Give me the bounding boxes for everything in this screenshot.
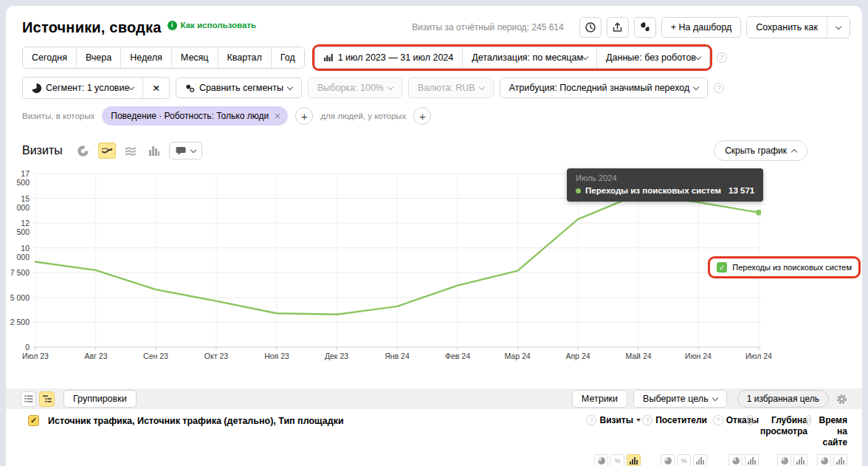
sampling-label: Выборка: 100% [317,83,384,93]
area-chart-type-icon[interactable] [122,143,140,159]
date-range-button[interactable]: 1 июл 2023 — 31 июл 2024 [315,47,463,68]
segment-clear-button[interactable]: ✕ [142,78,168,98]
bars-toggle[interactable] [833,454,847,466]
select-all-checkbox[interactable]: ✓ [28,415,39,426]
help-icon[interactable]: ? [642,415,652,425]
header: Источники, сводка i Как использовать Виз… [6,6,862,38]
annotation-box-legend: ✓ Переходы из поисковых систем [708,256,861,278]
column-header-time[interactable]: ?Время на сайте [806,415,847,448]
help-icon[interactable]: ? [806,415,812,425]
y-axis-label: 10 000 [6,244,30,261]
segment-bar: Сегмент: 1 условие ✕ Сравнить сегменты В… [22,77,846,99]
x-axis-label: Авг 23 [84,352,107,360]
hide-chart-button[interactable]: Скрыть график [714,140,807,161]
chevron-down-icon [836,23,841,29]
bars-toggle[interactable] [745,454,759,466]
flat-list-view-button[interactable] [21,391,36,407]
pie-toggle[interactable] [817,454,831,466]
segments-button[interactable] [634,17,656,38]
line-chart-type-icon[interactable] [98,143,116,159]
bars-toggle[interactable] [693,454,707,466]
pie-toggle[interactable] [594,454,608,466]
x-axis-label: Фев 24 [445,352,470,360]
sampling-button[interactable]: Выборка: 100% [308,78,402,98]
export-button[interactable] [607,17,629,38]
choose-goal-label: Выберите цель [643,394,709,404]
help-icon[interactable]: ? [714,83,724,93]
data-mode-label: Данные: без роботов [606,52,696,63]
to-dashboard-button[interactable]: + На дашборд [661,17,742,38]
segment-button[interactable]: Сегмент: 1 условие [23,78,142,98]
behavior-filter-chip[interactable]: Поведение · Роботность: Только люди ✕ [102,106,288,126]
x-axis-label: Янв 24 [385,352,410,360]
add-visit-condition-button[interactable]: + [295,107,313,125]
add-people-condition-button[interactable]: + [413,107,431,125]
y-axis-label: 2 500 [6,318,30,326]
y-axis-label: 7 500 [6,268,30,277]
chevron-down-icon [190,146,196,152]
preset-week[interactable]: Неделя [120,47,171,68]
history-button[interactable] [579,17,602,38]
detalization-label: Детализация: по месяцам [472,52,583,63]
pie-toggle[interactable] [777,454,791,466]
save-as-group: Сохранить как [746,16,850,38]
preset-year[interactable]: Год [271,47,304,68]
legend-label: Переходы из поисковых систем [732,263,852,272]
column-header-depth[interactable]: ?Глубина просмотра [747,415,807,437]
pie-chart-type-icon[interactable] [75,143,92,159]
close-icon[interactable]: ✕ [274,112,280,121]
x-axis-label: Июл 23 [22,352,49,360]
chevron-down-icon [695,53,701,59]
data-mode-button[interactable]: Данные: без роботов [596,47,709,68]
x-axis-label: Окт 23 [204,352,228,360]
behavior-chip-label: Поведение · Роботность: Только люди [111,111,269,121]
preset-quarter[interactable]: Квартал [218,47,271,68]
period-presets: Сегодня Вчера Неделя Месяц Квартал Год [22,47,305,69]
help-icon[interactable]: ? [717,52,727,63]
x-axis-label: Апр 24 [565,352,590,360]
bars-toggle[interactable] [627,454,641,466]
column-chart-type-icon[interactable] [145,143,163,159]
save-as-dropdown[interactable] [827,17,850,38]
comment-icon [176,146,186,156]
x-axis-label: Дек 23 [325,352,348,360]
x-axis-label: Ноя 23 [264,352,289,360]
chevron-down-icon [128,83,134,89]
visits-chart[interactable]: 17 50015 00012 50010 0007 5005 0002 5000… [6,168,862,369]
attribution-button[interactable]: Атрибуция: Последний значимый переход [500,78,709,98]
pie-toggle[interactable] [661,454,675,466]
save-as-button[interactable]: Сохранить как [747,17,827,38]
column-header-visitors[interactable]: ?Посетители [642,415,707,426]
choose-goal-button[interactable]: Выберите цель [633,390,727,408]
help-icon[interactable]: ? [586,415,596,425]
pie-toggle[interactable] [728,454,743,466]
preset-yesterday[interactable]: Вчера [76,47,120,68]
help-icon[interactable]: ? [713,415,723,425]
series-dot-icon [576,188,581,193]
favorite-goal-pill[interactable]: 1 избранная цель [737,390,829,408]
gear-icon[interactable] [836,394,847,405]
attribution-label: Атрибуция: Последний значимый переход [509,83,690,93]
preset-month[interactable]: Месяц [171,47,218,68]
metrics-button[interactable]: Метрики [572,390,627,408]
y-axis-label: 0 [6,343,30,352]
annotations-button[interactable] [169,142,202,160]
preset-today[interactable]: Сегодня [23,47,76,68]
how-to-use-link[interactable]: Как использовать [181,21,257,30]
percent-toggle[interactable]: % [610,454,624,466]
legend-checkbox[interactable]: ✓ [717,262,727,273]
y-axis-label: 17 500 [6,169,30,187]
column-header-visits[interactable]: ?Визиты [586,415,641,426]
currency-button[interactable]: Валюта: RUB [408,78,494,98]
clock-icon [585,21,596,33]
annotation-box-period: 1 июл 2023 — 31 июл 2024 Детализация: по… [312,44,712,71]
help-icon[interactable]: ? [747,415,754,425]
groupings-button[interactable]: Группировки [63,390,137,408]
tree-view-button[interactable] [39,391,55,407]
bars-toggle[interactable] [793,454,807,466]
detalization-button[interactable]: Детализация: по месяцам [462,47,596,68]
compare-segments-button[interactable]: Сравнить сегменты [176,78,302,98]
metric-display-toggles: % % [6,454,862,466]
currency-label: Валюта: RUB [418,83,475,93]
percent-toggle[interactable]: % [677,454,691,466]
